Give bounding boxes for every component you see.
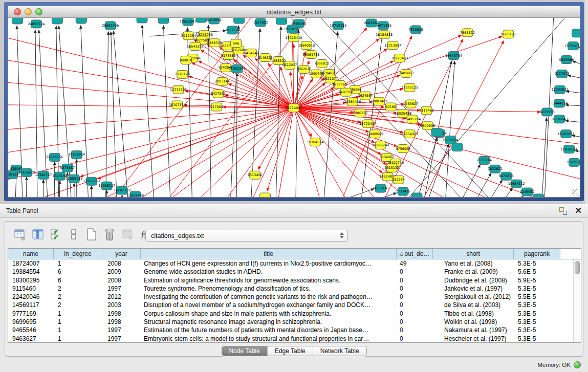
graph-node[interactable]: 252254 (392, 176, 405, 184)
float-panel-icon[interactable] (559, 207, 567, 215)
graph-node[interactable]: 1733426 (396, 187, 410, 195)
table-row[interactable]: 1938455462009Genome-wide association stu… (8, 268, 581, 276)
graph-node[interactable]: 1527602 (253, 18, 268, 27)
delete-column-button[interactable] (103, 228, 116, 241)
graph-node[interactable] (572, 29, 580, 37)
graph-node[interactable]: 546 (231, 39, 242, 48)
graph-node[interactable]: 7485063 (399, 69, 413, 77)
network-view-window[interactable]: citations_edges.txt 18724007891295418226… (4, 2, 584, 201)
select-columns-button[interactable]: ✔✔ (49, 228, 62, 241)
graph-node[interactable]: 9777169 (332, 80, 347, 89)
scrollbar-thumb[interactable] (575, 261, 580, 274)
graph-node[interactable]: 9146821 (258, 54, 273, 62)
graph-node[interactable] (137, 18, 147, 23)
graph-node[interactable]: 9660126 (501, 30, 516, 38)
graph-node[interactable] (12, 18, 23, 24)
graph-node[interactable]: 16107554 (169, 101, 186, 109)
graph-node[interactable]: 6497568 (338, 88, 353, 96)
graph-node[interactable]: 10719155 (330, 21, 346, 30)
graph-node[interactable]: 17016504 (561, 145, 578, 154)
graph-node[interactable]: 7986322 (353, 109, 367, 117)
column-header-year[interactable]: year (102, 249, 141, 259)
graph-node[interactable] (452, 143, 463, 151)
create-column-button[interactable] (85, 228, 98, 241)
graph-node[interactable]: 7632621 (488, 165, 503, 173)
graph-node[interactable]: 62160 (385, 103, 396, 111)
graph-node[interactable]: 19654923 (401, 130, 418, 138)
tab-network-table[interactable]: Network Table (313, 346, 366, 356)
graph-node[interactable]: 7957224 (225, 26, 240, 34)
network-canvas[interactable]: 1872400789129541822605898275091654339281… (8, 18, 580, 197)
vertical-scrollbar[interactable] (573, 259, 581, 342)
graph-node[interactable]: 917004 (210, 103, 223, 111)
table-row[interactable]: 977716911998Corpus callosum shape and si… (8, 310, 581, 318)
graph-node[interactable] (234, 18, 245, 24)
window-titlebar[interactable]: citations_edges.txt (8, 6, 580, 18)
graph-node[interactable]: 19958117 (98, 182, 115, 190)
graph-node[interactable]: 3624554 (358, 92, 373, 100)
graph-node[interactable] (158, 18, 169, 24)
show-columns-button[interactable] (31, 228, 45, 241)
table-row[interactable]: 969969511998Structural magnetic resonanc… (8, 318, 581, 326)
graph-node[interactable]: 15692951 (558, 130, 575, 138)
graph-node[interactable]: 15751074 (565, 42, 580, 50)
graph-node[interactable]: 12213392 (170, 85, 187, 94)
graph-node[interactable]: 26206556 (46, 153, 63, 161)
column-header-name[interactable]: name (8, 249, 54, 259)
graph-node[interactable]: 13325419 (286, 34, 302, 42)
graph-node[interactable]: 9245652 (520, 188, 535, 196)
graph-node[interactable] (260, 193, 271, 197)
column-header-pagerank[interactable]: pagerank (514, 249, 560, 259)
close-panel-icon[interactable]: ✕ (575, 207, 582, 214)
graph-node[interactable]: 8427552 (211, 90, 226, 98)
graph-node[interactable]: 18640910 (298, 41, 315, 50)
minimize-window-button[interactable] (25, 8, 32, 15)
graph-node[interactable]: 9822037 (282, 61, 297, 70)
tab-edge-table[interactable]: Edge Table (268, 346, 313, 356)
table-row[interactable]: 946554611997Estimation of the future num… (8, 326, 581, 334)
graph-node[interactable]: 12505135 (66, 174, 82, 183)
graph-node[interactable]: 7663822 (460, 29, 475, 37)
tab-node-table[interactable]: Node Table (222, 346, 268, 356)
column-header-outde[interactable]: △out_de… (397, 249, 433, 259)
graph-node[interactable] (52, 18, 62, 24)
zoom-window-button[interactable] (35, 8, 42, 15)
graph-node[interactable]: 989010 (180, 56, 192, 64)
graph-node[interactable]: 7955812 (314, 60, 329, 68)
graph-node[interactable]: 10653247 (180, 18, 197, 26)
graph-node[interactable]: 8471826 (499, 172, 514, 180)
table-mode-button[interactable]: ⚙ (13, 228, 27, 241)
graph-node[interactable]: 2718120 (175, 70, 190, 78)
table-row[interactable]: 1456911722003Disruption of a novel membe… (8, 301, 581, 309)
graph-node[interactable]: 9227343 (555, 70, 570, 78)
graph-node[interactable]: 9115460 (419, 106, 434, 115)
graph-node[interactable]: 24055724 (28, 20, 45, 28)
table-row[interactable]: 911546021997Tourette syndrome. Phenomeno… (8, 285, 581, 293)
graph-node[interactable]: 17359924 (68, 151, 85, 159)
graph-node[interactable]: 19384554 (307, 138, 323, 146)
graph-node[interactable]: 9175685 (221, 52, 236, 60)
graph-node[interactable]: 8454749 (244, 49, 259, 57)
graph-node[interactable]: 9463627 (403, 100, 418, 108)
column-header-short[interactable]: short (433, 249, 514, 259)
graph-node[interactable]: 16961758 (302, 51, 319, 59)
table-row[interactable]: 1872400712008Changes of HCN gene express… (8, 259, 581, 268)
graph-node[interactable]: 1167533 (567, 158, 580, 166)
graph-node[interactable]: 8215958 (540, 108, 555, 116)
graph-node[interactable]: 9329966 (559, 56, 574, 64)
graph-node[interactable]: 16648784 (445, 52, 462, 60)
table-row[interactable]: 2242004622012Investigating the contribut… (8, 293, 581, 301)
graph-node[interactable]: 12444154 (551, 99, 568, 107)
table-row[interactable]: 1830029562008Estimation of significance … (8, 276, 581, 285)
graph-node[interactable]: 1615132 (384, 164, 399, 172)
graph-node[interactable]: 12213967 (384, 41, 401, 50)
graph-node[interactable]: 12093832 (552, 85, 569, 94)
graph-node[interactable]: 17375125 (401, 83, 418, 92)
graph-node[interactable] (533, 194, 544, 197)
graph-node[interactable] (76, 18, 86, 24)
network-table-select[interactable]: citations_edges.txt (145, 230, 348, 242)
column-header-title[interactable]: title (141, 249, 397, 259)
graph-node[interactable]: 7515526 (408, 26, 423, 34)
graph-node[interactable]: 2687682 (364, 19, 379, 27)
graph-node[interactable]: 2135114 (477, 156, 492, 164)
